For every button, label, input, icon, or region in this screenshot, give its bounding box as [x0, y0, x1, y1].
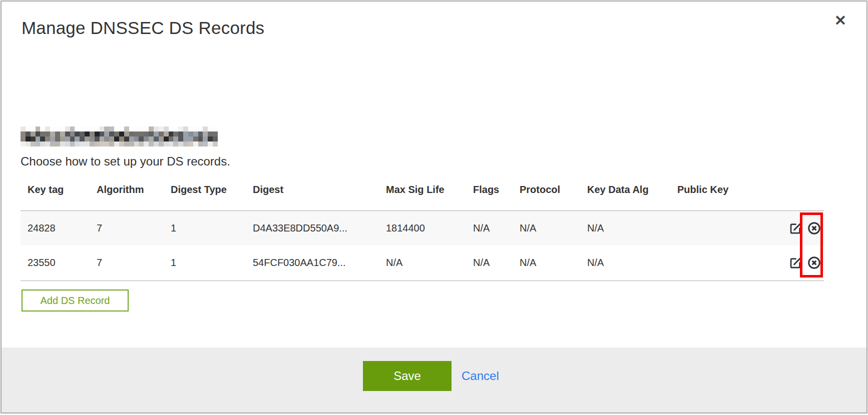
header-key-data-alg: Key Data Alg	[580, 170, 670, 210]
cell-protocol: N/A	[513, 210, 580, 246]
cell-max-sig-life: N/A	[379, 246, 466, 280]
cell-flags: N/A	[466, 246, 513, 280]
cell-digest: D4A33E8DD550A9...	[246, 210, 379, 246]
cell-digest-type: 1	[164, 246, 246, 280]
header-digest-type: Digest Type	[164, 170, 246, 210]
header-public-key: Public Key	[670, 170, 784, 210]
row-actions	[784, 246, 824, 280]
cell-key-data-alg: N/A	[580, 210, 670, 246]
table-row: 24828 7 1 D4A33E8DD550A9... 1814400 N/A …	[21, 210, 824, 246]
manage-dnssec-modal: Manage DNSSEC DS Records ✕ Choose how to…	[1, 0, 867, 414]
header-digest: Digest	[246, 170, 379, 210]
cell-algorithm: 7	[90, 246, 164, 280]
setup-instruction-text: Choose how to set up your DS records.	[21, 154, 230, 168]
edit-icon[interactable]	[789, 256, 802, 270]
table-row: 23550 7 1 54FCF030AA1C79... N/A N/A N/A …	[21, 246, 824, 280]
add-ds-record-button[interactable]: Add DS Record	[22, 290, 129, 312]
cell-algorithm: 7	[90, 210, 164, 246]
cell-digest: 54FCF030AA1C79...	[246, 246, 379, 280]
redacted-domain-name	[21, 126, 218, 146]
header-protocol: Protocol	[513, 170, 580, 210]
cell-public-key	[670, 210, 784, 246]
ds-records-table: Key tag Algorithm Digest Type Digest Max…	[21, 170, 824, 281]
header-actions	[784, 170, 824, 210]
modal-title: Manage DNSSEC DS Records	[22, 18, 264, 38]
modal-footer: Save Cancel	[2, 348, 866, 412]
cell-digest-type: 1	[164, 210, 246, 246]
cell-key-tag: 23550	[21, 246, 90, 280]
header-max-sig-life: Max Sig Life	[379, 170, 466, 210]
cell-public-key	[670, 246, 784, 280]
cell-key-tag: 24828	[21, 210, 90, 246]
header-algorithm: Algorithm	[90, 170, 164, 210]
cell-protocol: N/A	[513, 246, 580, 280]
table-header-row: Key tag Algorithm Digest Type Digest Max…	[21, 170, 824, 210]
header-key-tag: Key tag	[21, 170, 90, 210]
header-flags: Flags	[466, 170, 513, 210]
row-actions	[784, 210, 824, 246]
delete-icon[interactable]	[807, 222, 821, 235]
cell-flags: N/A	[466, 210, 513, 246]
save-button[interactable]: Save	[363, 361, 452, 391]
cell-key-data-alg: N/A	[580, 246, 670, 280]
close-icon[interactable]: ✕	[834, 14, 846, 28]
delete-icon[interactable]	[807, 256, 821, 270]
cancel-link[interactable]: Cancel	[462, 361, 499, 391]
cell-max-sig-life: 1814400	[379, 210, 466, 246]
edit-icon[interactable]	[789, 222, 802, 235]
